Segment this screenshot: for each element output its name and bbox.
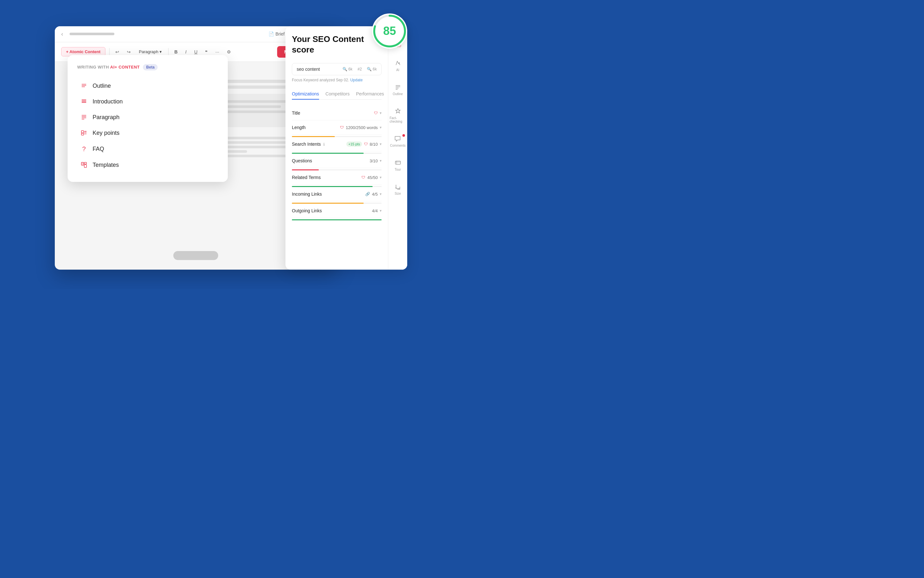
tour-icon (394, 159, 402, 167)
ai-popup-header: WRITING WITH AI+ CONTENT Beta (77, 64, 218, 70)
introduction-label: Introduction (93, 98, 123, 105)
chevron-incoming-links: ▾ (380, 192, 382, 196)
paragraph-label: Paragraph (93, 114, 119, 121)
score-circle: 85 (372, 13, 407, 49)
length-value: 🛡 1200/2500 words ▾ (340, 125, 382, 130)
questions-value: 3/10 ▾ (370, 159, 382, 163)
underline-button[interactable]: U (192, 48, 199, 56)
paragraph-icon (80, 114, 88, 120)
score-value: 85 (383, 24, 396, 38)
seo-row-incoming-links: Incoming Links 🔗 4/5 ▾ (292, 187, 382, 201)
ai-menu-paragraph[interactable]: Paragraph (77, 109, 218, 125)
seo-right-icons: SEO AI Ou (388, 26, 407, 270)
seo-icon-comments[interactable]: Comments (389, 132, 407, 150)
comments-icon (394, 135, 402, 143)
outgoing-links-value: 4/4 ▾ (372, 208, 382, 213)
pts-badge: +15 pts (346, 141, 362, 147)
settings-button[interactable]: ⚙ (225, 48, 233, 56)
more-button[interactable]: ··· (213, 48, 221, 56)
title-label: Title (292, 110, 300, 115)
seo-icon-tour[interactable]: Tour (393, 156, 403, 174)
outgoing-links-bar-container (292, 219, 382, 220)
toolbar-divider-2 (168, 48, 169, 56)
keyword-text: seo content (297, 67, 320, 72)
ai-popup-title: WRITING WITH AI+ CONTENT (77, 65, 140, 70)
fact-checking-icon (394, 107, 402, 115)
focus-keyword-note: Focus Keyword analyzed Sep 02. Update (292, 78, 382, 82)
keyword-position: #2 (358, 67, 362, 71)
seo-icon-ai[interactable]: AI (393, 57, 403, 74)
seo-panel: Your SEO Content score seo content 🔍 6k … (285, 26, 407, 270)
undo-button[interactable]: ↩ (114, 48, 121, 56)
keyword-row[interactable]: seo content 🔍 6k #2 🔍 6k (292, 63, 382, 75)
back-button[interactable]: ‹ (61, 31, 63, 37)
related-terms-label: Related Terms (292, 175, 321, 180)
svg-rect-28 (395, 161, 400, 164)
questions-label: Questions (292, 158, 312, 163)
ai-menu-key-points[interactable]: Key points (77, 125, 218, 141)
seo-panel-title: Your SEO Content score (292, 34, 382, 56)
outline-icon-label: Outline (393, 92, 403, 96)
shield-icon-title: 🛡 (374, 111, 378, 115)
seo-row-related-terms: Related Terms 🛡 45/50 ▾ (292, 170, 382, 185)
ai-content-popup: WRITING WITH AI+ CONTENT Beta Outline (68, 55, 228, 182)
faq-icon: ? (80, 145, 88, 153)
key-points-icon (80, 130, 88, 136)
title-value: 🛡 ▾ (374, 111, 382, 115)
fact-checking-icon-label: Fact-checking (390, 116, 406, 123)
breadcrumb (70, 32, 114, 35)
seo-icon-outline[interactable]: Outline (392, 81, 404, 98)
ai-menu-outline[interactable]: Outline (77, 78, 218, 94)
tab-optimizations[interactable]: Optimizations (292, 89, 319, 100)
seo-row-incoming-links-container: Incoming Links 🔗 4/5 ▾ (292, 187, 382, 204)
ai-menu-introduction[interactable]: Introduction (77, 94, 218, 109)
incoming-links-value: 🔗 4/5 ▾ (365, 192, 382, 196)
ai-icon-label: AI (396, 68, 399, 72)
redo-button[interactable]: ↪ (125, 48, 133, 56)
comments-icon-label: Comments (390, 144, 405, 147)
seo-icon-fact-checking[interactable]: Fact-checking (388, 105, 407, 126)
faq-label: FAQ (93, 146, 104, 153)
tab-performances[interactable]: Performances (356, 89, 384, 100)
seo-row-length: Length 🛡 1200/2500 words ▾ (292, 120, 382, 135)
chevron-related-terms: ▾ (380, 175, 382, 180)
shield-icon-related-terms: 🛡 (361, 175, 365, 180)
italic-button[interactable]: I (183, 48, 189, 56)
bold-button[interactable]: B (172, 48, 179, 56)
ai-menu-templates[interactable]: Templates (77, 157, 218, 173)
tab-competitors[interactable]: Competitors (325, 89, 350, 100)
size-icon (394, 183, 402, 190)
outgoing-links-label: Outgoing Links (292, 208, 322, 213)
seo-content: Your SEO Content score seo content 🔍 6k … (285, 26, 388, 270)
incoming-links-label: Incoming Links (292, 192, 322, 196)
shield-icon-search-intents: 🛡 (364, 142, 368, 146)
chevron-questions: ▾ (380, 159, 382, 163)
paragraph-style-select[interactable]: Paragraph ▾ (137, 48, 165, 55)
seo-row-search-intents: Search Intents ℹ +15 pts 🛡 8/10 ▾ (292, 137, 382, 151)
search-intents-label: Search Intents ℹ (292, 141, 325, 147)
tab-brief[interactable]: 📄 Brief (268, 31, 285, 36)
toolbar-divider-1 (109, 48, 110, 56)
update-keyword-link[interactable]: Update (350, 78, 363, 82)
chevron-length: ▾ (380, 125, 382, 130)
seo-row-search-intents-container: Search Intents ℹ +15 pts 🛡 8/10 ▾ (292, 137, 382, 154)
seo-icon-size[interactable]: Size (393, 180, 403, 198)
ai-icon (394, 59, 402, 67)
keyword-volume: 🔍 6k (343, 67, 352, 71)
keyword-stats: 🔍 6k #2 🔍 6k (343, 67, 377, 71)
length-label: Length (292, 125, 306, 130)
outgoing-links-bar (292, 219, 382, 220)
related-terms-value: 🛡 45/50 ▾ (361, 175, 382, 180)
ai-menu-faq[interactable]: ? FAQ (77, 141, 218, 157)
bottom-bar (173, 251, 218, 260)
quote-button[interactable]: ❝ (203, 48, 210, 56)
seo-row-length-container: Length 🛡 1200/2500 words ▾ (292, 120, 382, 137)
templates-icon (80, 162, 88, 168)
outline-icon (80, 83, 88, 89)
seo-row-outgoing-links: Outgoing Links 4/4 ▾ (292, 204, 382, 218)
svg-rect-20 (84, 162, 86, 164)
outline-label: Outline (93, 83, 111, 89)
tour-icon-label: Tour (395, 168, 401, 171)
chevron-outgoing-links: ▾ (380, 208, 382, 213)
svg-rect-21 (84, 165, 86, 167)
